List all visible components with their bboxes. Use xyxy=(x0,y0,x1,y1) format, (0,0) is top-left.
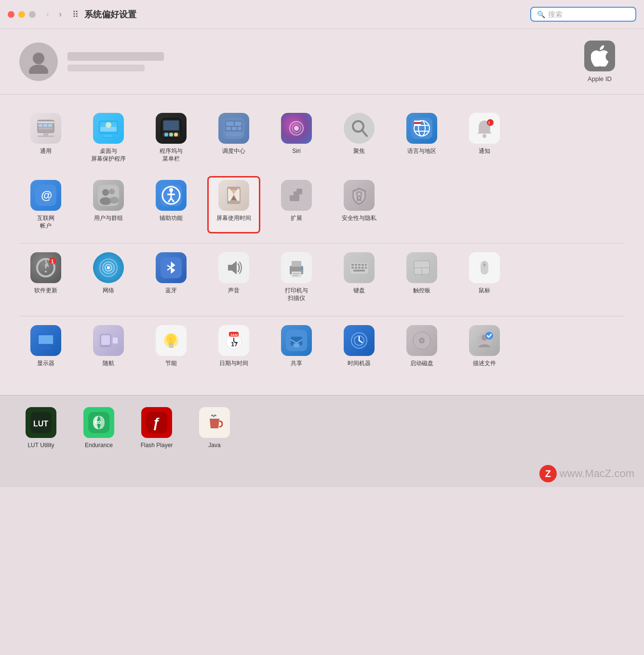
bottom-item-flash[interactable]: ƒ Flash Player xyxy=(135,407,178,449)
svg-text:ƒ: ƒ xyxy=(152,415,160,430)
sidecar-icon xyxy=(93,325,124,356)
extensions-label: 扩展 xyxy=(291,215,302,222)
search-input[interactable] xyxy=(548,10,630,18)
svg-point-13 xyxy=(106,122,111,128)
java-label: Java xyxy=(208,442,220,449)
close-button[interactable] xyxy=(8,11,14,18)
network-icon xyxy=(93,252,124,283)
general-label: 通用 xyxy=(40,148,52,155)
profiles-icon xyxy=(469,325,500,356)
desktop-icon xyxy=(93,113,124,144)
svg-point-105 xyxy=(483,264,486,266)
maximize-button[interactable] xyxy=(29,11,36,18)
bluetooth-icon xyxy=(156,252,187,283)
pref-item-security[interactable]: 安全性与隐私 xyxy=(333,176,386,233)
svg-point-44 xyxy=(483,134,486,138)
pref-item-startup[interactable]: 启动磁盘 xyxy=(395,321,448,371)
bottom-item-lut[interactable]: LUT LUT Utility xyxy=(19,407,63,449)
svg-rect-42 xyxy=(414,121,421,122)
pref-item-internet[interactable]: @ 互联网帐户 xyxy=(19,176,72,233)
pref-item-datetime[interactable]: JAN 17 日期与时间 xyxy=(207,321,260,371)
mission-icon xyxy=(218,113,249,144)
svg-text:LUT: LUT xyxy=(33,420,48,428)
pref-item-sharing[interactable]: 共享 xyxy=(270,321,323,371)
svg-text:@: @ xyxy=(41,189,52,202)
search-icon: 🔍 xyxy=(537,11,545,18)
pref-item-sidecar[interactable]: 随航 xyxy=(82,321,135,371)
keyboard-label: 键盘 xyxy=(353,287,365,295)
svg-rect-127 xyxy=(294,343,299,347)
pref-item-mission[interactable]: 调度中心 xyxy=(207,109,260,166)
svg-rect-3 xyxy=(38,122,54,123)
pref-item-software[interactable]: 1 软件更新 xyxy=(19,248,72,306)
svg-rect-109 xyxy=(39,348,53,349)
sharing-label: 共享 xyxy=(291,360,302,368)
pref-item-access[interactable]: 辅助功能 xyxy=(145,176,198,233)
pref-item-siri[interactable]: Siri xyxy=(270,109,323,166)
svg-rect-91 xyxy=(358,264,361,266)
watermark-z: Z xyxy=(539,465,557,482)
flash-icon: ƒ xyxy=(141,407,172,438)
internet-label: 互联网帐户 xyxy=(37,215,54,230)
svg-point-78 xyxy=(107,266,110,269)
forward-button[interactable]: › xyxy=(56,7,65,21)
pref-item-mouse[interactable]: 鼠标 xyxy=(458,248,511,306)
apple-id-section[interactable]: Apple ID xyxy=(584,41,615,82)
grid-icon: ⠿ xyxy=(72,9,79,20)
pref-item-general[interactable]: 通用 xyxy=(19,109,72,166)
bottom-item-endurance[interactable]: ∞ Endurance xyxy=(77,407,121,449)
svg-rect-29 xyxy=(238,127,242,130)
bottom-row: LUT LUT Utility ∞ Endurance ƒ xyxy=(19,407,625,449)
siri-label: Siri xyxy=(292,148,300,155)
bottom-item-java[interactable]: Java xyxy=(193,407,236,449)
software-label: 软件更新 xyxy=(34,287,57,295)
svg-point-33 xyxy=(294,126,299,131)
datetime-label: 日期与时间 xyxy=(219,360,248,368)
svg-rect-108 xyxy=(42,346,50,348)
pref-item-extensions[interactable]: 扩展 xyxy=(270,176,323,233)
startup-icon xyxy=(406,325,437,356)
pref-item-energy[interactable]: 节能 xyxy=(145,321,198,371)
pref-item-network[interactable]: 网络 xyxy=(82,248,135,306)
minimize-button[interactable] xyxy=(18,11,25,18)
watermark: Z www.MacZ.com xyxy=(0,460,644,487)
pref-item-display[interactable]: 显示器 xyxy=(19,321,72,371)
svg-point-22 xyxy=(174,133,178,136)
access-label: 辅助功能 xyxy=(160,215,183,222)
back-button[interactable]: ‹ xyxy=(43,7,52,21)
svg-point-20 xyxy=(164,133,168,136)
traffic-lights xyxy=(8,11,36,18)
pref-item-sound[interactable]: 声音 xyxy=(207,248,260,306)
timemachine-icon xyxy=(344,325,375,356)
pref-item-timemachine[interactable]: 时间机器 xyxy=(333,321,386,371)
pref-item-dock[interactable]: 程序坞与菜单栏 xyxy=(145,109,198,166)
svg-rect-65 xyxy=(230,200,238,202)
pref-item-keyboard[interactable]: 键盘 xyxy=(333,248,386,306)
svg-rect-14 xyxy=(105,135,112,137)
pref-item-printer[interactable]: 打印机与扫描仪 xyxy=(270,248,323,306)
svg-rect-99 xyxy=(353,270,365,272)
svg-point-50 xyxy=(102,189,109,196)
sidecar-label: 随航 xyxy=(103,360,114,368)
lang-label: 语言与地区 xyxy=(407,148,436,155)
svg-line-35 xyxy=(362,130,367,136)
display-label: 显示器 xyxy=(37,360,54,368)
pref-item-trackpad[interactable]: 触控板 xyxy=(395,248,448,306)
bottom-section: LUT LUT Utility ∞ Endurance ƒ xyxy=(0,395,644,460)
pref-item-screentime[interactable]: 屏幕使用时间 xyxy=(207,176,260,233)
pref-item-desktop[interactable]: 桌面与屏幕保护程序 xyxy=(82,109,135,166)
pref-item-bluetooth[interactable]: 蓝牙 xyxy=(145,248,198,306)
search-box[interactable]: 🔍 xyxy=(530,7,636,22)
pref-item-users[interactable]: 用户与群组 xyxy=(82,176,135,233)
screentime-icon xyxy=(218,180,249,211)
svg-rect-43 xyxy=(414,124,421,125)
pref-item-lang[interactable]: 语言与地区 xyxy=(395,109,448,166)
prefs-grid: 通用 桌面与屏幕保护程序 xyxy=(0,95,644,395)
pref-item-profiles[interactable]: 描述文件 xyxy=(458,321,511,371)
keyboard-icon xyxy=(344,252,375,283)
siri-icon xyxy=(281,113,312,144)
user-name xyxy=(67,52,164,61)
pref-item-notif[interactable]: ! 通知 xyxy=(458,109,511,166)
pref-item-spotlight[interactable]: 聚焦 xyxy=(333,109,386,166)
timemachine-label: 时间机器 xyxy=(348,360,371,368)
